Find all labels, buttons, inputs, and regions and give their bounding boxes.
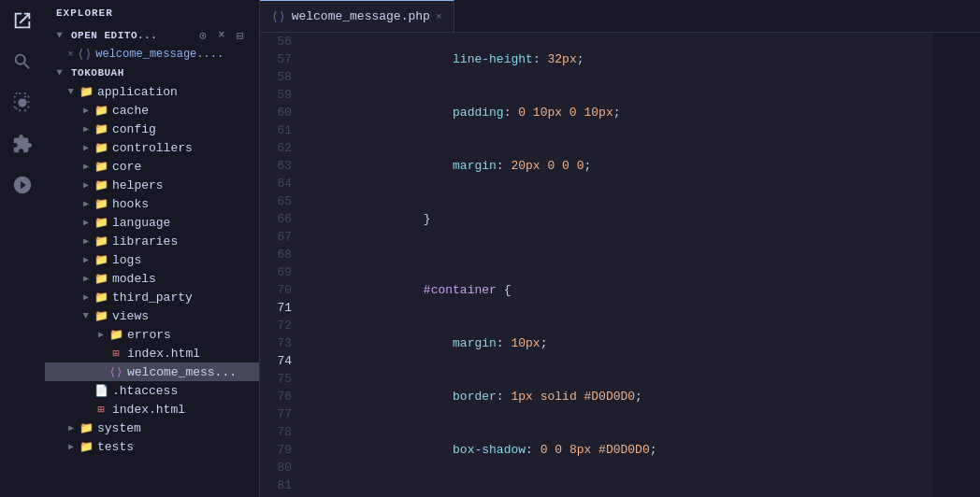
tokobuah-section[interactable]: ▶ TOKOBUAH (45, 64, 259, 82)
folder-third-party[interactable]: ▶ 📁 third_party (45, 288, 259, 306)
sidebar: EXPLORER ▶ OPEN EDITO... ⊙ × ⊟ × ⟨⟩ welc… (45, 0, 260, 497)
hooks-folder-icon: 📁 (94, 196, 108, 211)
models-label: models (112, 272, 156, 286)
folder-cache[interactable]: ▶ 📁 cache (45, 101, 259, 120)
welcome-message-label: welcome_mess... (127, 365, 237, 379)
folder-system[interactable]: ▶ 📁 system (45, 419, 259, 437)
close-all-icon[interactable]: × (214, 28, 229, 43)
folder-views[interactable]: ▶ 📁 views (45, 306, 259, 325)
code-line-58: margin: 20px 0 0 0; (307, 139, 933, 192)
application-label: application (97, 85, 178, 99)
views-label: views (112, 309, 149, 323)
logs-folder-icon: 📁 (94, 252, 108, 267)
tab-close-icon[interactable]: × (436, 11, 442, 22)
models-chevron: ▶ (79, 271, 94, 286)
code-line-57: padding: 0 10px 0 10px; (307, 86, 933, 139)
errors-label: errors (127, 328, 171, 342)
open-file-name: welcome_message.... (95, 48, 223, 61)
open-editors-chevron: ▶ (52, 28, 67, 43)
extensions-icon[interactable] (9, 131, 36, 157)
config-folder-icon: 📁 (94, 121, 108, 136)
config-chevron: ▶ (79, 121, 94, 136)
errors-folder-icon: 📁 (108, 327, 123, 342)
core-label: core (112, 160, 141, 174)
code-area: 56 57 58 59 60 61 62 63 64 65 66 67 68 6… (260, 33, 980, 497)
config-label: config (112, 122, 156, 136)
index-root-icon: ⊞ (94, 402, 108, 417)
views-chevron: ▶ (79, 308, 94, 323)
language-label: language (112, 216, 170, 230)
folder-logs[interactable]: ▶ 📁 logs (45, 250, 259, 269)
third-party-label: third_party (112, 291, 193, 305)
remote-icon[interactable] (9, 172, 36, 198)
tab-bar: ⟨⟩ welcome_message.php × (260, 0, 980, 33)
helpers-folder-icon: 📁 (94, 178, 108, 192)
activity-bar (0, 0, 45, 497)
search-icon[interactable] (9, 49, 36, 75)
folder-config[interactable]: ▶ 📁 config (45, 120, 259, 138)
libraries-chevron: ▶ (79, 234, 94, 248)
hooks-label: hooks (112, 197, 149, 211)
folder-models[interactable]: ▶ 📁 models (45, 269, 259, 288)
logs-chevron: ▶ (79, 252, 94, 267)
code-line-61: #container { (307, 263, 933, 317)
folder-errors[interactable]: ▶ 📁 errors (45, 325, 259, 344)
folder-tests[interactable]: ▶ 📁 tests (45, 437, 259, 456)
arrow-icon (45, 363, 49, 378)
cache-folder-icon: 📁 (94, 103, 108, 118)
code-line-59: } (307, 192, 933, 246)
libraries-label: libraries (112, 234, 178, 248)
open-file-tab[interactable]: × ⟨⟩ welcome_message.... (45, 45, 259, 64)
errors-chevron: ▶ (94, 327, 108, 342)
application-folder-icon: 📁 (79, 84, 94, 99)
code-line-63: border: 1px solid #D0D0D0; (307, 370, 933, 423)
tab-close-btn[interactable]: × (67, 49, 74, 60)
file-welcome-message[interactable]: ▶ ⟨⟩ welcome_mess... (45, 362, 259, 381)
views-folder-icon: 📁 (94, 308, 108, 323)
folder-core[interactable]: ▶ 📁 core (45, 157, 259, 176)
code-line-60 (307, 246, 933, 263)
file-htaccess[interactable]: ▶ 📄 .htaccess (45, 381, 259, 400)
editor-tab-welcome[interactable]: ⟨⟩ welcome_message.php × (260, 0, 454, 32)
htaccess-icon: 📄 (94, 383, 108, 398)
code-line-56: line-height: 32px; (307, 33, 933, 86)
explorer-icon[interactable] (9, 7, 36, 34)
system-chevron: ▶ (64, 420, 79, 435)
collapse-icon[interactable]: ⊟ (233, 28, 248, 43)
core-folder-icon: 📁 (94, 159, 108, 174)
source-control-icon[interactable] (9, 90, 36, 116)
explorer-title: EXPLORER (45, 0, 259, 26)
cache-chevron: ▶ (79, 103, 94, 118)
minimap (933, 33, 980, 497)
folder-hooks[interactable]: ▶ 📁 hooks (45, 194, 259, 213)
third-party-chevron: ▶ (79, 290, 94, 305)
folder-helpers[interactable]: ▶ 📁 helpers (45, 176, 259, 194)
save-all-icon[interactable]: ⊙ (195, 28, 210, 43)
open-editors-section[interactable]: ▶ OPEN EDITO... ⊙ × ⊟ (45, 26, 259, 45)
third-party-folder-icon: 📁 (94, 290, 108, 305)
index-views-label: index.html (127, 347, 200, 361)
code-line-65: } (307, 476, 933, 497)
folder-application[interactable]: ▶ 📁 application (45, 82, 259, 101)
tests-folder-icon: 📁 (79, 439, 94, 454)
file-index-views[interactable]: ▶ ⊞ index.html (45, 344, 259, 362)
code-content[interactable]: line-height: 32px; padding: 0 10px 0 10p… (299, 33, 933, 497)
controllers-chevron: ▶ (79, 140, 94, 155)
system-folder-icon: 📁 (79, 420, 94, 435)
models-folder-icon: 📁 (94, 271, 108, 286)
folder-controllers[interactable]: ▶ 📁 controllers (45, 138, 259, 157)
folder-libraries[interactable]: ▶ 📁 libraries (45, 232, 259, 250)
index-views-icon: ⊞ (108, 346, 123, 361)
helpers-label: helpers (112, 178, 164, 192)
php-file-icon: ⟨⟩ (78, 47, 93, 62)
file-index-root[interactable]: ▶ ⊞ index.html (45, 400, 259, 419)
arrow-container: ▶ 📁 errors ▶ ⊞ index.html ▶ ⟨⟩ welcome_m… (45, 325, 259, 381)
htaccess-label: .htaccess (112, 384, 178, 398)
open-editors-label: OPEN EDITO... (71, 30, 157, 41)
code-line-62: margin: 10px; (307, 317, 933, 370)
tab-filename: welcome_message.php (292, 9, 430, 23)
language-chevron: ▶ (79, 215, 94, 230)
controllers-label: controllers (112, 141, 193, 155)
folder-language[interactable]: ▶ 📁 language (45, 213, 259, 232)
editor-area: ⟨⟩ welcome_message.php × 56 57 58 59 60 … (260, 0, 980, 497)
